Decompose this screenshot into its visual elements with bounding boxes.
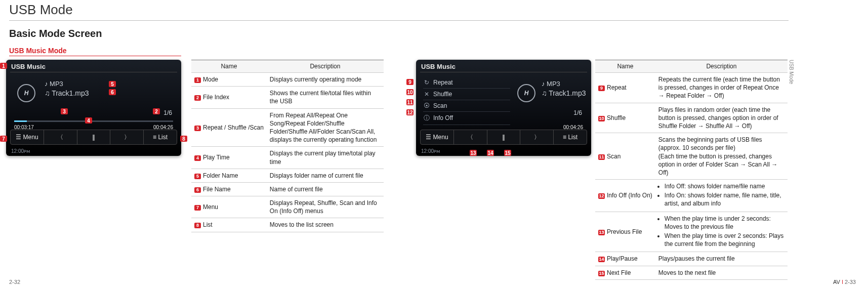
callout-12: 12 xyxy=(406,109,414,115)
prev-button[interactable]: 〈 xyxy=(454,130,487,144)
legend-table-b: Name Description 9RepeatRepeats the curr… xyxy=(595,60,788,280)
folder-name: ♪ MP3 xyxy=(45,80,63,88)
callout-15: 15 xyxy=(504,150,511,156)
mode-label: USB Music Mode xyxy=(9,47,67,55)
callout-1: 1 xyxy=(0,63,7,69)
menu-info[interactable]: ⓘInfo Off xyxy=(423,112,510,125)
popup-menu: ↻Repeat ✕Shuffle ⦿Scan ⓘInfo Off xyxy=(423,77,510,125)
table-row: 9RepeatRepeats the current file (each ti… xyxy=(595,73,788,103)
callout-7: 7 xyxy=(0,136,7,142)
menu-button[interactable]: ☰ Menu xyxy=(11,130,44,144)
table-row: 14Play/PausePlays/pauses the current fil… xyxy=(595,252,788,266)
callout-5: 5 xyxy=(109,81,116,87)
menu-shuffle[interactable]: ✕Shuffle xyxy=(423,89,510,100)
next-button[interactable]: 〉 xyxy=(110,130,144,144)
menu-repeat[interactable]: ↻Repeat xyxy=(423,77,510,89)
col-desc: Description xyxy=(267,60,384,73)
table-row: 5Folder NameDisplays folder name of curr… xyxy=(191,169,384,182)
section-heading: Basic Mode Screen xyxy=(9,28,102,39)
divider xyxy=(10,72,177,72)
callout-9: 9 xyxy=(406,79,414,85)
table-row: 11ScanScans the beginning parts of USB f… xyxy=(595,133,788,180)
table-row: 6File NameName of current file xyxy=(191,182,384,196)
callout-2: 2 xyxy=(153,108,160,114)
menu-button[interactable]: ☰ Menu xyxy=(421,130,454,144)
col-name: Name xyxy=(595,60,655,73)
table-row: 7MenuDisplays Repeat, Shuffle, Scan and … xyxy=(191,196,384,218)
col-desc: Description xyxy=(655,60,788,73)
table-row: 4Play TimeDisplays the current play time… xyxy=(191,147,384,169)
callout-3: 3 xyxy=(61,108,68,114)
next-button[interactable]: 〉 xyxy=(520,130,554,144)
side-tab-label: USB Mode xyxy=(789,60,794,84)
play-pause-button[interactable]: ‖ xyxy=(487,130,521,144)
file-index: 1/6 xyxy=(573,109,582,116)
file-name: ♫ Track1.mp3 xyxy=(542,89,586,97)
screen-title: USB Music xyxy=(421,63,456,70)
usb-screen-a: USB Music H ♪ MP3 ♫ Track1.mp3 1/6 00:03… xyxy=(6,60,181,156)
mode-rule xyxy=(9,56,181,56)
clock: 12:00ᴘᴍ xyxy=(11,148,30,154)
brand-logo: H xyxy=(17,84,35,102)
folder-name: ♪ MP3 xyxy=(542,80,560,88)
usb-screen-b: USB Music H ♪ MP3 ♫ Track1.mp3 1/6 ↻Repe… xyxy=(416,60,591,156)
screen-title: USB Music xyxy=(11,63,46,70)
list-button[interactable]: ≡ List xyxy=(144,130,177,144)
callout-14: 14 xyxy=(487,150,494,156)
callout-8: 8 xyxy=(180,136,187,142)
table-row: 15Next FileMoves to the next file xyxy=(595,266,788,279)
callout-10: 10 xyxy=(406,89,414,95)
play-pause-button[interactable]: ‖ xyxy=(77,130,111,144)
prev-button[interactable]: 〈 xyxy=(44,130,77,144)
table-row: 12Info Off (Info On)Info Off: shows fold… xyxy=(595,180,788,212)
title-rule xyxy=(9,20,789,21)
file-name: ♫ Track1.mp3 xyxy=(45,89,89,97)
callout-11: 11 xyxy=(406,99,414,105)
legend-table-a: Name Description 1ModeDisplays currently… xyxy=(191,60,384,232)
table-row: 8ListMoves to the list screen xyxy=(191,218,384,232)
page-number-left: 2-32 xyxy=(9,279,20,285)
menu-scan[interactable]: ⦿Scan xyxy=(423,100,510,112)
progress-bar[interactable] xyxy=(14,120,173,122)
col-name: Name xyxy=(191,60,267,73)
table-row: 3Repeat / Shuffle /ScanFrom Repeat All/R… xyxy=(191,108,384,147)
divider xyxy=(420,72,587,72)
table-row: 10ShufflePlays files in random order (ea… xyxy=(595,103,788,133)
brand-logo: H xyxy=(517,84,535,102)
file-index: 1/6 xyxy=(163,109,172,116)
page-number-right: AVI2-33 xyxy=(833,279,856,285)
table-row: 2File IndexShows the current file/total … xyxy=(191,87,384,108)
page-title: USB Mode xyxy=(9,2,73,18)
list-button[interactable]: ≡ List xyxy=(554,130,587,144)
callout-4: 4 xyxy=(85,117,92,123)
table-row: 1ModeDisplays currently operating mode xyxy=(191,73,384,87)
table-row: 13Previous FileWhen the play time is und… xyxy=(595,212,788,252)
clock: 12:00ᴘᴍ xyxy=(421,148,440,154)
callout-13: 13 xyxy=(470,150,477,156)
callout-6: 6 xyxy=(109,89,116,95)
